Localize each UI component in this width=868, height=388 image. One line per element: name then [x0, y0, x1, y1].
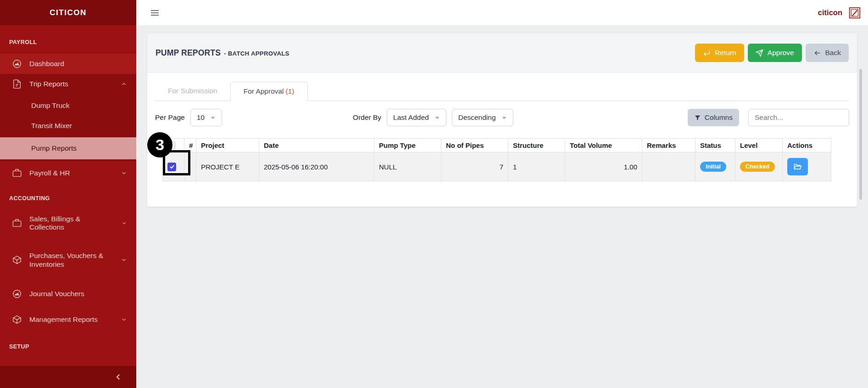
send-icon — [756, 49, 763, 57]
compose-note-icon — [848, 6, 862, 20]
sidebar-group-trip-reports: Trip Reports Dump Truck Transit Mixer Pu… — [0, 74, 136, 161]
select-all-checkbox[interactable] — [167, 141, 175, 149]
tab-label: For Approval — [244, 87, 284, 95]
briefcase-icon — [12, 218, 22, 228]
gauge-icon — [12, 59, 22, 69]
col-actions: Actions — [783, 139, 831, 152]
row-num — [184, 152, 196, 181]
sidebar-item-pump-reports[interactable]: Pump Reports — [0, 137, 136, 159]
row-remarks — [642, 152, 696, 181]
tab-for-submission[interactable]: For Submission — [155, 82, 230, 101]
order-by-label: Order By — [353, 113, 381, 122]
col-structure: Structure — [508, 139, 565, 152]
col-status: Status — [696, 139, 735, 152]
arrow-left-icon — [813, 49, 821, 57]
columns-button[interactable]: Columns — [688, 109, 739, 126]
filter-funnel-icon — [694, 114, 701, 121]
search-input[interactable] — [748, 109, 849, 126]
sidebar-item-management-reports[interactable]: Management Reports — [0, 309, 136, 330]
return-arrow-icon — [703, 49, 711, 57]
check-icon — [169, 164, 175, 169]
sort-direction-select[interactable]: Descending — [452, 109, 513, 126]
folder-open-icon — [793, 163, 802, 171]
main-area: citicon PUMP REPORTS - BATCH APPROVALS — [136, 0, 868, 388]
select-all-header — [163, 139, 184, 152]
row-select-cell — [163, 152, 184, 181]
col-project: Project — [196, 139, 259, 152]
row-structure: 1 — [508, 152, 565, 181]
col-remarks: Remarks — [642, 139, 696, 152]
sidebar-item-label: Journal Vouchers — [29, 290, 84, 298]
order-by-value: Last Added — [393, 113, 429, 122]
sidebar-item-label: Payroll & HR — [29, 169, 70, 177]
chevron-down-icon — [121, 220, 127, 226]
row-checkbox[interactable] — [167, 163, 176, 171]
col-num: # — [184, 139, 196, 152]
tab-label: For Submission — [168, 87, 217, 95]
row-status-cell: Initial — [696, 152, 735, 181]
row-project: PROJECT E — [196, 152, 259, 181]
col-level: Level — [735, 139, 783, 152]
col-no-of-pipes: No of Pipes — [441, 139, 508, 152]
table-row: PROJECT E 2025-05-06 16:20:00 NULL 7 1 1… — [163, 152, 831, 181]
return-button[interactable]: Return — [695, 44, 744, 62]
row-actions-cell — [783, 152, 831, 181]
sidebar-item-journal-vouchers[interactable]: Journal Vouchers — [0, 284, 136, 304]
row-level-cell: Checked — [735, 152, 783, 181]
tab-for-approval[interactable]: For Approval(1) — [230, 82, 308, 101]
sidebar-item-transit-mixer[interactable]: Transit Mixer — [0, 117, 136, 135]
section-label-setup: SETUP — [0, 343, 136, 350]
topbar-brand[interactable]: citicon — [818, 8, 842, 17]
sidebar-item-dump-truck[interactable]: Dump Truck — [0, 97, 136, 114]
reports-table: # Project Date Pump Type No of Pipes Str… — [162, 138, 842, 181]
return-button-label: Return — [715, 49, 736, 57]
col-pump-type: Pump Type — [374, 139, 441, 152]
chevron-down-icon — [434, 115, 440, 120]
chevron-up-icon — [121, 81, 127, 87]
chevron-left-icon[interactable] — [114, 373, 122, 381]
open-report-button[interactable] — [787, 158, 808, 175]
row-date: 2025-05-06 16:20:00 — [259, 152, 374, 181]
per-page-value: 10 — [197, 113, 205, 122]
gauge-icon — [12, 289, 22, 299]
sidebar-item-label: Sales, Billings & Collections — [29, 215, 114, 231]
row-pump-type: NULL — [374, 152, 441, 181]
approve-button-label: Approve — [768, 49, 794, 57]
card-body: For Submission For Approval(1) Per Page … — [147, 73, 857, 181]
cube-icon — [12, 315, 22, 325]
table-header-row: # Project Date Pump Type No of Pipes Str… — [163, 139, 831, 152]
briefcase-icon — [12, 168, 22, 178]
sidebar-item-trip-reports[interactable]: Trip Reports — [0, 74, 136, 94]
cube-icon — [12, 255, 22, 265]
main-scrollbar[interactable] — [859, 69, 862, 200]
brand-logo[interactable]: CITICON — [0, 0, 136, 25]
back-button-label: Back — [825, 49, 841, 57]
sidebar: CITICON PAYROLL Dashboard Trip Reports — [0, 0, 136, 388]
per-page-select[interactable]: 10 — [190, 109, 222, 126]
sidebar-item-label: Purchases, Vouchers & Inventories — [29, 247, 107, 273]
chevron-down-icon — [501, 115, 507, 120]
sidebar-item-dashboard[interactable]: Dashboard — [0, 54, 136, 74]
card-header: PUMP REPORTS - BATCH APPROVALS Return Ap… — [147, 34, 857, 73]
columns-button-label: Columns — [705, 113, 733, 122]
order-by-select[interactable]: Last Added — [387, 109, 446, 126]
status-badge: Initial — [700, 162, 726, 172]
page-subtitle: - BATCH APPROVALS — [224, 50, 289, 57]
row-no-of-pipes: 7 — [441, 152, 508, 181]
sidebar-item-sales-billings[interactable]: Sales, Billings & Collections — [0, 210, 136, 236]
sort-direction-value: Descending — [458, 113, 496, 122]
app-root: CITICON PAYROLL Dashboard Trip Reports — [0, 0, 868, 388]
level-badge: Checked — [740, 162, 775, 172]
back-button[interactable]: Back — [806, 44, 849, 62]
sidebar-footer — [0, 366, 136, 388]
sidebar-item-payroll-hr[interactable]: Payroll & HR — [0, 163, 136, 183]
sidebar-nav: PAYROLL Dashboard Trip Reports Dump Truc… — [0, 25, 136, 366]
menu-toggle-button[interactable] — [150, 8, 160, 17]
sidebar-item-label: Transit Mixer — [31, 122, 72, 130]
page-content: PUMP REPORTS - BATCH APPROVALS Return Ap… — [136, 25, 868, 388]
sidebar-item-purchases-vouchers[interactable]: Purchases, Vouchers & Inventories — [0, 242, 136, 278]
chevron-down-icon — [121, 257, 127, 263]
approve-button[interactable]: Approve — [748, 44, 802, 62]
sidebar-item-label: Pump Reports — [31, 144, 77, 152]
col-total-volume: Total Volume — [565, 139, 642, 152]
